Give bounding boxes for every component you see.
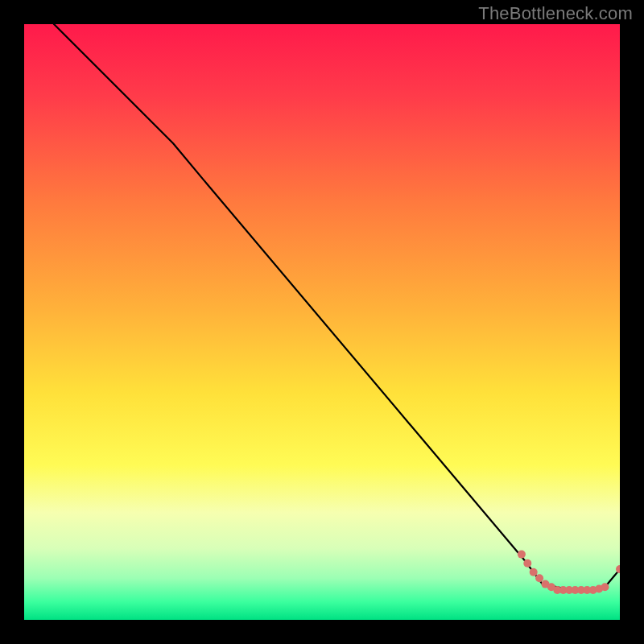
data-point <box>523 559 531 568</box>
data-point <box>518 551 526 559</box>
gradient-background <box>24 24 620 620</box>
data-point <box>535 574 543 582</box>
data-point <box>601 583 609 591</box>
chart-svg <box>24 24 620 620</box>
chart-plot-area <box>24 24 620 620</box>
watermark-text: TheBottleneck.com <box>478 3 633 24</box>
data-point <box>530 568 538 576</box>
chart-frame: TheBottleneck.com <box>0 0 644 644</box>
